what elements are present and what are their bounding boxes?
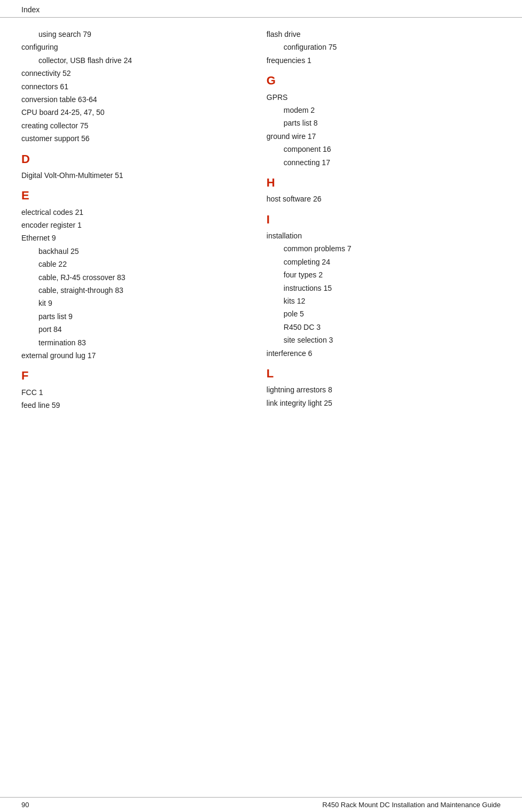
index-entry: pole 5 — [267, 308, 501, 320]
index-entry: creating collector 75 — [21, 120, 245, 132]
index-entry: cable, straight-through 83 — [21, 284, 245, 296]
index-entry: connectivity 52 — [21, 67, 245, 79]
index-entry: frequencies 1 — [267, 55, 501, 66]
footer-guide-title: R450 Rack Mount DC Installation and Main… — [322, 801, 501, 809]
index-entry: configuration 75 — [267, 41, 501, 53]
index-entry: electrical codes 21 — [21, 206, 245, 218]
section-letter-e: E — [21, 189, 245, 203]
index-entry: modem 2 — [267, 104, 501, 116]
index-entry: connectors 61 — [21, 81, 245, 92]
index-entry: lightning arrestors 8 — [267, 384, 501, 396]
index-entry: parts list 9 — [21, 311, 245, 322]
index-entry: four types 2 — [267, 269, 501, 281]
index-entry: encoder register 1 — [21, 219, 245, 231]
index-entry: site selection 3 — [267, 334, 501, 346]
index-entry: external ground lug 17 — [21, 350, 245, 361]
content-area: using search 79configuringcollector, USB… — [0, 18, 522, 445]
section-letter-l: L — [267, 367, 501, 381]
index-entry: using search 79 — [21, 28, 245, 40]
index-entry: parts list 8 — [267, 117, 501, 129]
index-entry: cable, RJ-45 crossover 83 — [21, 272, 245, 283]
index-entry: GPRS — [267, 91, 501, 103]
index-entry: kit 9 — [21, 297, 245, 309]
index-entry: customer support 56 — [21, 133, 245, 144]
section-letter-g: G — [267, 74, 501, 88]
page-footer: 90 R450 Rack Mount DC Installation and M… — [0, 797, 522, 812]
index-entry: collector, USB flash drive 24 — [21, 55, 245, 66]
right-column: flash driveconfiguration 75frequencies 1… — [261, 28, 501, 413]
index-entry: cable 22 — [21, 258, 245, 270]
index-entry: feed line 59 — [21, 399, 245, 411]
index-entry: instructions 15 — [267, 282, 501, 294]
index-entry: termination 83 — [21, 337, 245, 349]
index-entry: R450 DC 3 — [267, 321, 501, 333]
index-entry: port 84 — [21, 323, 245, 335]
section-letter-d: D — [21, 152, 245, 166]
index-entry: completing 24 — [267, 256, 501, 268]
section-letter-i: I — [267, 213, 501, 227]
index-entry: Ethernet 9 — [21, 232, 245, 244]
index-entry: Digital Volt-Ohm-Multimeter 51 — [21, 169, 245, 181]
footer-page-number: 90 — [21, 801, 29, 809]
section-letter-h: H — [267, 176, 501, 190]
section-letter-f: F — [21, 369, 245, 383]
index-entry: link integrity light 25 — [267, 397, 501, 409]
left-column: using search 79configuringcollector, USB… — [21, 28, 261, 413]
page-header: Index — [0, 0, 522, 18]
index-entry: CPU board 24-25, 47, 50 — [21, 106, 245, 118]
index-entry: interference 6 — [267, 347, 501, 359]
index-entry: common problems 7 — [267, 243, 501, 254]
index-entry: host software 26 — [267, 193, 501, 205]
index-entry: connecting 17 — [267, 157, 501, 168]
index-entry: flash drive — [267, 28, 501, 40]
header-title: Index — [21, 5, 40, 14]
index-entry: configuring — [21, 41, 245, 53]
index-entry: component 16 — [267, 143, 501, 155]
index-entry: ground wire 17 — [267, 130, 501, 142]
index-entry: conversion table 63-64 — [21, 94, 245, 105]
index-entry: kits 12 — [267, 295, 501, 307]
index-entry: backhaul 25 — [21, 245, 245, 257]
index-entry: FCC 1 — [21, 386, 245, 398]
index-entry: installation — [267, 230, 501, 242]
